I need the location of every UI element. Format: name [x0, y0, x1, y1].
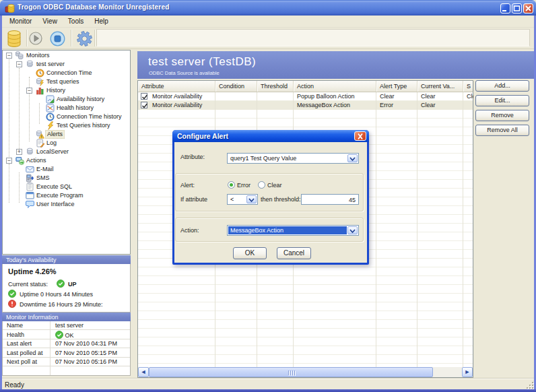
execute-program-icon [26, 191, 34, 200]
add-button[interactable]: Add... [475, 80, 529, 92]
cell-attribute: Monitor Availability [149, 101, 215, 110]
row-checkbox[interactable] [141, 102, 147, 108]
tree-item-alerts[interactable]: Alerts [3, 130, 130, 139]
tree-item-label[interactable]: SMS [35, 174, 51, 183]
minimize-button[interactable] [500, 3, 510, 13]
tree-item-connection-time-history[interactable]: Connection Time history [3, 112, 130, 121]
stop-monitor-icon[interactable] [48, 29, 66, 48]
actions-icon [15, 156, 24, 165]
window-border-bottom [0, 389, 536, 392]
chevron-down-icon[interactable] [246, 195, 257, 203]
chevron-down-icon[interactable] [347, 226, 358, 234]
menu-monitor[interactable]: Monitor [4, 15, 37, 28]
tree-item-label[interactable]: Execute SQL [35, 183, 73, 191]
tree-item-label[interactable]: Test queries [45, 77, 81, 86]
dialog-close-button[interactable] [354, 131, 366, 141]
tree-item-execute-program[interactable]: Execute Program [3, 191, 130, 200]
log-icon [36, 139, 44, 148]
tree-item-sms[interactable]: SMS [3, 174, 130, 183]
cancel-button[interactable]: Cancel [277, 247, 311, 259]
alert-row[interactable]: Monitor AvailabilityPopup Balloon Action… [138, 92, 473, 101]
column-header-attribute[interactable]: Attribute [138, 81, 215, 92]
tree-item-user-interface[interactable]: User Interface [3, 200, 130, 209]
menu-help[interactable]: Help [89, 15, 114, 28]
tree-item-label[interactable]: Connection Time history [55, 112, 123, 121]
remove-button[interactable]: Remove [475, 110, 529, 121]
tree-item-label[interactable]: Actions [25, 156, 48, 165]
tree-item-health-history[interactable]: Health history [3, 104, 130, 112]
menu-view[interactable]: View [37, 15, 63, 28]
cell-condition [215, 101, 257, 110]
database-icon[interactable] [4, 29, 24, 48]
tree-item-label[interactable]: History [45, 86, 67, 95]
tree-item-label[interactable]: Availability history [55, 95, 106, 104]
settings-icon[interactable] [75, 29, 93, 48]
tree-item-label[interactable]: Monitors [25, 51, 51, 60]
action-combobox[interactable]: MessageBox Action [227, 225, 359, 236]
tree-item-label[interactable]: Health history [55, 104, 95, 112]
tree-item-history[interactable]: −History [3, 86, 130, 95]
alert-label: Alert: [180, 182, 195, 189]
tree-item-actions[interactable]: −Actions [3, 156, 130, 165]
tree-item-label[interactable]: E-Mail [35, 165, 55, 174]
cell-condition [215, 92, 257, 101]
tree-item-e-mail[interactable]: E-Mail [3, 165, 130, 174]
dialog-title: Configure Alert [177, 132, 228, 140]
resize-grip[interactable] [526, 381, 533, 389]
radio-error[interactable] [228, 181, 235, 189]
row-checkbox[interactable] [141, 93, 147, 100]
expand-icon[interactable]: + [16, 149, 22, 155]
lightning-icon [46, 121, 55, 130]
tree-item-localserver[interactable]: +LocalServer [3, 148, 130, 156]
column-header-condition[interactable]: Condition [215, 81, 257, 92]
column-header-alerttype[interactable]: Alert Type [376, 81, 417, 92]
radio-error-label: Error [237, 182, 250, 189]
remove-all-button[interactable]: Remove All [475, 125, 529, 136]
close-button[interactable] [523, 3, 533, 13]
attribute-combobox[interactable]: query1 Test Query Value [227, 153, 359, 164]
tree-item-label[interactable]: Connection Time [45, 69, 94, 77]
tree-item-connection-time[interactable]: Connection Time [3, 69, 130, 77]
ok-button[interactable]: OK [233, 247, 267, 259]
scroll-left-button[interactable]: ◄ [138, 367, 149, 377]
start-monitor-icon[interactable] [28, 29, 43, 48]
tree-item-log[interactable]: Log [3, 139, 130, 148]
column-header-threshold[interactable]: Threshold [257, 81, 294, 92]
current-status-label: Current status: [8, 281, 48, 288]
availability-text: Downtime 16 Hours 29 Minute: [20, 301, 103, 308]
tree-item-test-queries[interactable]: Test queries [3, 77, 130, 86]
collapse-icon[interactable]: − [6, 53, 12, 59]
scrollbar-thumb[interactable] [149, 367, 433, 377]
column-header-currentva[interactable]: Current Va... [417, 81, 463, 92]
tree-item-test-queries-history[interactable]: Test Queries history [3, 121, 130, 130]
radio-clear[interactable] [258, 181, 265, 189]
tree-item-test-server[interactable]: −test server [3, 60, 130, 69]
collapse-icon[interactable]: − [26, 88, 32, 94]
menu-tools[interactable]: Tools [63, 15, 89, 28]
threshold-input[interactable]: 45 [301, 194, 359, 205]
tree-item-label[interactable]: Log [45, 139, 58, 148]
column-header-s[interactable]: S [463, 81, 474, 92]
collapse-icon[interactable]: − [6, 158, 12, 164]
tree-item-label[interactable]: test server [35, 60, 66, 69]
edit-button[interactable]: Edit... [475, 95, 529, 106]
tree-item-availability-history[interactable]: Availability history [3, 95, 130, 104]
condition-combobox[interactable]: < [227, 194, 258, 205]
tree-item-label[interactable]: Execute Program [35, 191, 85, 200]
collapse-icon[interactable]: − [16, 61, 22, 67]
tree-item-label[interactable]: LocalServer [35, 148, 70, 156]
tree-item-label[interactable]: Alerts [45, 130, 65, 139]
horizontal-scrollbar[interactable]: ◄ ► [138, 367, 473, 377]
tree-item-execute-sql[interactable]: Execute SQL [3, 183, 130, 191]
dialog-title-bar[interactable]: Configure Alert [172, 130, 369, 142]
maximize-button[interactable] [512, 3, 522, 13]
alert-row[interactable]: Monitor AvailabilityMessageBox ActionErr… [138, 101, 473, 110]
tree-item-label[interactable]: User Interface [35, 200, 76, 209]
action-value: MessageBox Action [228, 226, 347, 234]
execute-sql-icon [26, 183, 34, 191]
column-header-action[interactable]: Action [294, 81, 376, 92]
tree-item-label[interactable]: Test Queries history [55, 121, 112, 130]
chevron-down-icon[interactable] [347, 154, 358, 162]
tree-item-monitors[interactable]: −Monitors [3, 51, 130, 60]
scroll-right-button[interactable]: ► [462, 367, 473, 377]
